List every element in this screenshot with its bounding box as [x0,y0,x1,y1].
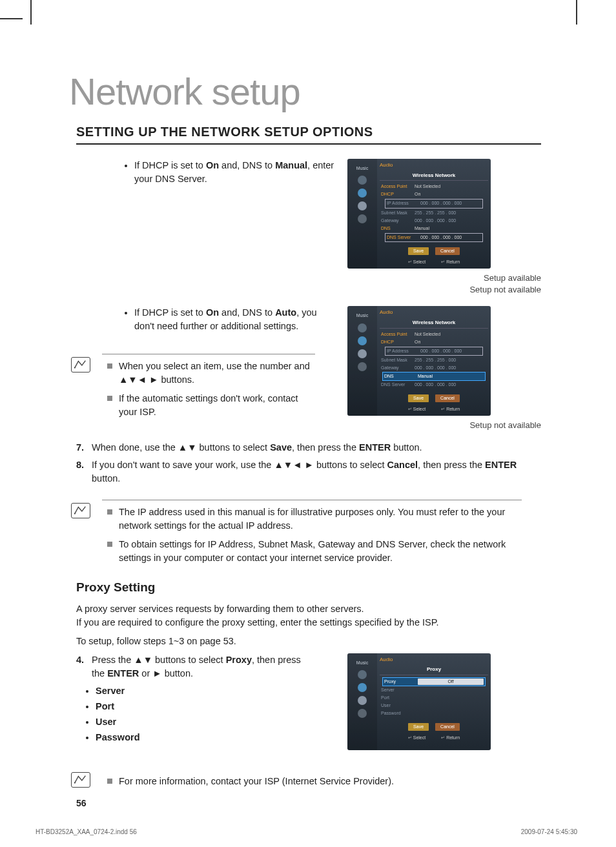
value-proxy: Off [418,679,484,685]
bullet-dhcp-manual: If DHCP is set to On and, DNS to Manual,… [134,159,338,186]
caption-setup-2: Setup not available [347,420,541,431]
value-dhcp: On [415,339,487,345]
panel-header: Proxy [380,664,488,675]
label-dnsserver: DNS Server [381,382,415,388]
text: and, DNS to [219,307,275,318]
foot-select: Select [408,259,426,265]
note-text: If the automatic settings don't work, co… [119,392,315,419]
value-gateway: 000 . 000 . 000 . 000 [415,218,487,224]
label-ap: Access Point [381,331,415,338]
proxy-p2: If you are required to configure the pro… [76,616,541,629]
save-button: Save [408,723,429,731]
home-icon [358,214,367,223]
play-icon [358,336,367,345]
label-dns: DNS [384,373,418,380]
label-ip: IP Address [387,200,420,207]
step-7: 7. When done, use the ▲▼ buttons to sele… [76,441,541,454]
value-dns: Manual [415,225,487,232]
text-manual: Manual [275,160,307,170]
step-4: 4. Press the ▲▼ buttons to select Proxy,… [76,653,309,680]
note-text: To obtain settings for IP Address, Subne… [119,538,522,565]
play-icon [358,189,367,198]
label-ap: Access Point [381,183,415,190]
proxy-item-password: Password [96,731,309,744]
gear-icon [358,696,367,705]
value-ap: Not Selected [415,183,487,190]
svg-point-2 [74,782,76,783]
value-dnsserver: 000 . 000 . 000 . 000 [420,234,481,241]
label-dnsserver: DNS Server [387,234,420,241]
tab-audio: Audio [380,656,488,664]
text-auto: Auto [275,307,296,318]
note-box-1: When you select an item, use the number … [102,354,315,419]
figure-proxy: Music Audio Proxy ProxyOff Server Port U… [347,653,541,750]
cancel-button: Cancel [435,394,460,402]
value-ap: Not Selected [415,331,487,338]
label-port: Port [381,695,415,701]
step-number: 8. [76,458,92,485]
proxy-item-user: User [96,715,309,729]
value-ip: 000 . 000 . 000 . 000 [420,200,481,207]
figure-wireless-auto: Music Audio Wireless Network Access Poin… [347,306,541,431]
value-dhcp: On [415,191,487,198]
foot-return: Return [441,259,460,265]
home-icon [358,362,367,371]
music-label: Music [347,312,377,319]
foot-return: Return [441,735,460,741]
foot-select: Select [408,406,426,413]
note-icon [71,772,90,788]
tab-audio: Audio [380,161,488,169]
save-button: Save [408,394,429,402]
text: and, DNS to [219,160,275,170]
gear-icon [358,349,367,358]
page-title: Network setup [69,70,578,113]
gear-icon [358,201,367,210]
step-8: 8. If you don't want to save your work, … [76,458,541,485]
label-password: Password [381,710,415,717]
value-ip: 000 . 000 . 000 . 000 [420,348,481,354]
note-icon [71,503,90,518]
figure-wireless-manual: Music Audio Wireless Network Access Poin… [347,159,541,296]
proxy-heading: Proxy Setting [76,580,578,595]
caption-setup-1: Setup available Setup not available [347,272,541,296]
footer-timestamp: 2009-07-24 5:45:30 [521,828,577,835]
music-label: Music [347,660,377,666]
label-ip: IP Address [387,348,420,354]
save-button: Save [408,247,429,255]
play-icon [358,683,367,692]
foot-return: Return [441,406,460,413]
panel-header: Wireless Network [380,318,488,329]
proxy-p3: To setup, follow steps 1~3 on page 53. [76,635,541,648]
value-gateway: 000 . 000 . 000 . 000 [415,365,487,371]
page-number: 56 [76,798,87,808]
text-on: On [206,160,219,170]
value-subnet: 255 . 255 . 255 . 000 [415,357,487,363]
label-user: User [381,702,415,709]
value-subnet: 255 . 255 . 255 . 000 [415,210,487,216]
section-heading: SETTING UP THE NETWORK SETUP OPTIONS [76,125,541,145]
label-dns: DNS [381,225,415,232]
label-gateway: Gateway [381,365,415,371]
bullet-dhcp-auto: If DHCP is set to On and, DNS to Auto, y… [134,306,338,333]
foot-select: Select [408,735,426,741]
text-on: On [206,307,219,318]
svg-point-1 [74,513,76,514]
text: If DHCP is set to [134,160,206,170]
label-gateway: Gateway [381,218,415,224]
note-box-3: For more information, contact your ISP (… [102,770,522,821]
text: If DHCP is set to [134,307,206,318]
footer-filename: HT-BD3252A_XAA_0724-2.indd 56 [36,828,137,835]
label-subnet: Subnet Mask [381,210,415,216]
value-dns: Manual [418,373,484,380]
note-icon [71,357,90,372]
note-text: The IP address used in this manual is fo… [119,505,522,533]
music-label: Music [347,165,377,172]
note-box-2: The IP address used in this manual is fo… [102,500,522,565]
proxy-p1: A proxy server services requests by forw… [76,602,541,616]
step-number: 4. [76,653,92,680]
label-server: Server [381,687,415,693]
label-dhcp: DHCP [381,191,415,198]
value-dnsserver: 000 . 000 . 000 . 000 [415,382,487,388]
tab-audio: Audio [380,309,488,316]
panel-header: Wireless Network [380,170,488,181]
